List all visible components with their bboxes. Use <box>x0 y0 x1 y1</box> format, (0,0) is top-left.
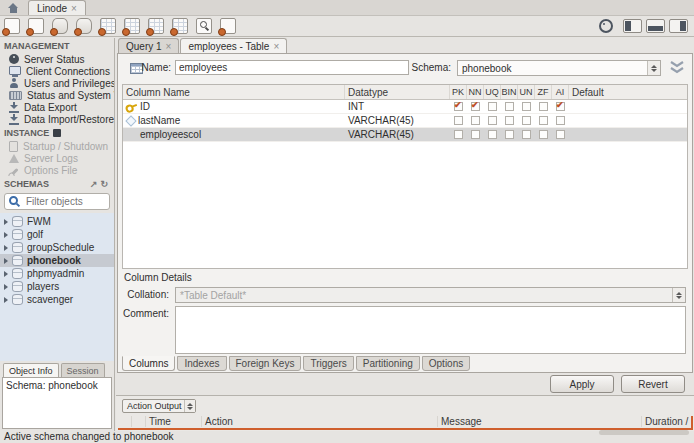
database-icon <box>12 294 23 305</box>
expander-icon[interactable] <box>4 284 8 290</box>
sidebar-item-client-connections[interactable]: Client Connections <box>0 65 114 77</box>
ai-checkbox[interactable] <box>556 116 565 125</box>
tab-triggers[interactable]: Triggers <box>303 356 353 371</box>
pk-checkbox[interactable] <box>454 130 463 139</box>
tab-employees-table[interactable]: employees - Table × <box>180 38 287 54</box>
search-objects-icon[interactable] <box>196 18 212 34</box>
new-query-tab-icon[interactable] <box>4 18 20 34</box>
expander-icon[interactable] <box>4 232 8 238</box>
apply-revert-row: Apply Revert <box>116 373 694 395</box>
sidebar-item-status-variables[interactable]: Status and System Variables <box>0 89 114 101</box>
nn-checkbox[interactable] <box>471 102 480 111</box>
zf-checkbox[interactable] <box>539 130 548 139</box>
schema-item-golf[interactable]: golf <box>0 228 114 241</box>
bin-checkbox[interactable] <box>505 130 514 139</box>
create-view-icon[interactable] <box>124 18 140 34</box>
sidebar-item-data-export[interactable]: Data Export <box>0 101 114 113</box>
refresh-icon[interactable]: ↻ <box>100 179 108 189</box>
sidebar-item-startup-shutdown[interactable]: Startup / Shutdown <box>0 140 114 152</box>
stepper-icon[interactable] <box>672 288 685 302</box>
schema-item-groupschedule[interactable]: groupSchedule <box>0 241 114 254</box>
close-icon[interactable]: × <box>166 41 172 52</box>
un-checkbox[interactable] <box>522 130 531 139</box>
toggle-bottom-panel-button[interactable] <box>646 19 665 33</box>
create-function-icon[interactable] <box>172 18 188 34</box>
schema-item-scavenger[interactable]: scavenger <box>0 293 114 306</box>
toggle-left-panel-button[interactable] <box>623 19 642 33</box>
bin-checkbox[interactable] <box>505 116 514 125</box>
schema-item-phpmyadmin[interactable]: phpmyadmin <box>0 267 114 280</box>
un-checkbox[interactable] <box>522 102 531 111</box>
pk-checkbox[interactable] <box>454 102 463 111</box>
tab-indexes[interactable]: Indexes <box>177 356 226 371</box>
server-info-icon[interactable] <box>52 18 68 34</box>
uq-checkbox[interactable] <box>488 116 497 125</box>
table-name-input[interactable] <box>175 60 409 75</box>
table-row-selected[interactable]: employeescol VARCHAR(45) <box>123 128 687 142</box>
bin-checkbox[interactable] <box>505 102 514 111</box>
pk-checkbox[interactable] <box>454 116 463 125</box>
ai-checkbox[interactable] <box>556 130 565 139</box>
database-icon <box>12 242 23 253</box>
nn-checkbox[interactable] <box>471 130 480 139</box>
expander-icon[interactable] <box>4 258 8 264</box>
schema-item-phonebook[interactable]: phonebook <box>0 254 114 267</box>
create-table-icon[interactable] <box>100 18 116 34</box>
uq-checkbox[interactable] <box>488 102 497 111</box>
schema-filter-input[interactable] <box>24 195 108 208</box>
toggle-right-panel-button[interactable] <box>669 19 688 33</box>
revert-button[interactable]: Revert <box>621 375 685 393</box>
expander-icon[interactable] <box>4 219 8 225</box>
schema-item-players[interactable]: players <box>0 280 114 293</box>
reconnect-icon[interactable] <box>220 18 236 34</box>
create-procedure-icon[interactable] <box>148 18 164 34</box>
stepper-icon[interactable] <box>184 400 195 412</box>
un-checkbox[interactable] <box>522 116 531 125</box>
sidebar-item-data-import[interactable]: Data Import/Restore <box>0 113 114 125</box>
stepper-icon[interactable] <box>647 61 660 75</box>
zf-checkbox[interactable] <box>539 102 548 111</box>
tab-options[interactable]: Options <box>422 356 470 371</box>
connection-tab-label: Linode <box>37 3 67 14</box>
collation-select[interactable]: *Table Default* <box>175 287 686 303</box>
database-icon <box>12 268 23 279</box>
sidebar-item-server-logs[interactable]: Server Logs <box>0 152 114 164</box>
open-sql-script-icon[interactable] <box>28 18 44 34</box>
database-icon <box>12 229 23 240</box>
connection-tab-close-icon[interactable]: × <box>71 3 77 14</box>
create-schema-icon[interactable] <box>76 18 92 34</box>
status-bar: Active schema changed to phonebook <box>0 431 694 443</box>
sidebar-item-options-file[interactable]: Options File <box>0 164 114 176</box>
action-output-select[interactable]: Action Output <box>122 399 196 413</box>
download-icon <box>9 102 19 113</box>
schema-item-fwm[interactable]: FWM <box>0 215 114 228</box>
tab-columns[interactable]: Columns <box>122 356 175 371</box>
apply-button[interactable]: Apply <box>550 375 614 393</box>
expand-icon[interactable]: ↗ <box>90 179 98 189</box>
uq-checkbox[interactable] <box>488 130 497 139</box>
tab-query-1[interactable]: Query 1 × <box>118 38 179 54</box>
expander-icon[interactable] <box>4 271 8 277</box>
nn-checkbox[interactable] <box>471 116 480 125</box>
home-tab[interactable] <box>0 1 26 15</box>
chevron-double-down-icon[interactable] <box>668 61 686 75</box>
home-icon <box>8 3 19 13</box>
tab-partitioning[interactable]: Partitioning <box>356 356 420 371</box>
table-row[interactable]: ID INT <box>123 100 687 114</box>
table-row[interactable]: lastName VARCHAR(45) <box>123 114 687 128</box>
schema-select[interactable]: phonebook <box>457 60 661 76</box>
sidebar-item-users-privileges[interactable]: Users and Privileges <box>0 77 114 89</box>
connection-tab[interactable]: Linode × <box>28 0 86 15</box>
sidebar-item-server-status[interactable]: Server Status <box>0 53 114 65</box>
horizontal-scrollbar-thumb[interactable] <box>599 430 689 435</box>
tab-session[interactable]: Session <box>61 363 105 377</box>
expander-icon[interactable] <box>4 245 8 251</box>
ai-checkbox[interactable] <box>556 102 565 111</box>
zf-checkbox[interactable] <box>539 116 548 125</box>
tab-object-info[interactable]: Object Info <box>3 363 59 377</box>
tab-foreign-keys[interactable]: Foreign Keys <box>229 356 302 371</box>
close-icon[interactable]: × <box>273 41 279 52</box>
expander-icon[interactable] <box>4 297 8 303</box>
comment-textarea[interactable] <box>175 306 686 354</box>
database-icon <box>12 255 23 266</box>
